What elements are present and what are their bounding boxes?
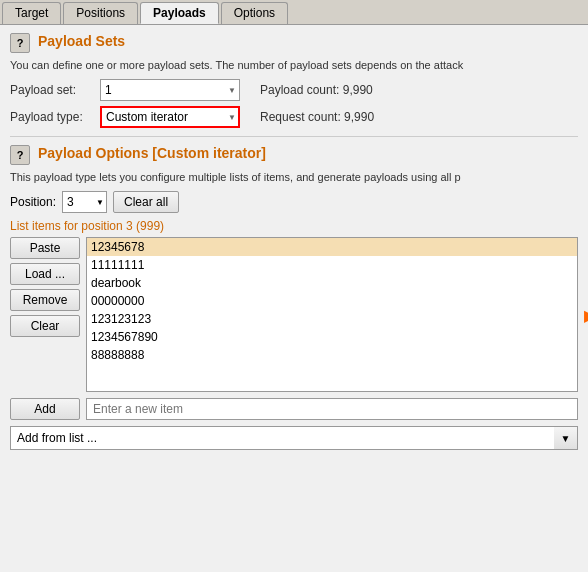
payload-set-row: Payload set: 1 2 3 Payload count: 9,990 xyxy=(10,79,578,101)
list-label: List items for position 3 (999) xyxy=(10,219,578,233)
payload-sets-header: ? Payload Sets xyxy=(10,33,578,53)
list-item[interactable]: 11111111 xyxy=(87,256,577,274)
main-content: ? Payload Sets You can define one or mor… xyxy=(0,25,588,466)
payload-set-select-wrapper: 1 2 3 xyxy=(100,79,240,101)
payload-count-info: Payload count: 9,990 xyxy=(260,83,373,97)
list-item[interactable]: dearbook xyxy=(87,274,577,292)
list-item[interactable]: 88888888 xyxy=(87,346,577,364)
add-item-input[interactable] xyxy=(86,398,578,420)
position-select[interactable]: 3 1 2 xyxy=(62,191,107,213)
list-item[interactable]: 00000000 xyxy=(87,292,577,310)
orange-arrow-icon: ▶ xyxy=(584,305,588,324)
payload-type-select[interactable]: Custom iterator Simple list Runtime file… xyxy=(100,106,240,128)
list-buttons: Paste Load ... Remove Clear xyxy=(10,237,80,392)
payload-type-row: Payload type: Custom iterator Simple lis… xyxy=(10,106,578,128)
list-item[interactable]: 1234567890 xyxy=(87,328,577,346)
section-divider xyxy=(10,136,578,137)
clear-all-button[interactable]: Clear all xyxy=(113,191,179,213)
paste-button[interactable]: Paste xyxy=(10,237,80,259)
clear-button[interactable]: Clear xyxy=(10,315,80,337)
payload-set-select[interactable]: 1 2 3 xyxy=(100,79,240,101)
tab-positions[interactable]: Positions xyxy=(63,2,138,24)
payload-options-header: ? Payload Options [Custom iterator] xyxy=(10,145,578,165)
add-from-list-row: Add from list ... ▼ Add from list ... xyxy=(10,426,578,450)
tab-payloads[interactable]: Payloads xyxy=(140,2,219,24)
request-count-info: Request count: 9,990 xyxy=(260,110,374,124)
list-container: Paste Load ... Remove Clear 12345678 111… xyxy=(10,237,578,392)
list-area-wrapper: 12345678 11111111 dearbook 00000000 1231… xyxy=(86,237,578,392)
remove-button[interactable]: Remove xyxy=(10,289,80,311)
list-area[interactable]: 12345678 11111111 dearbook 00000000 1231… xyxy=(86,237,578,392)
tab-options[interactable]: Options xyxy=(221,2,288,24)
payload-sets-help-button[interactable]: ? xyxy=(10,33,30,53)
list-item[interactable]: 123123123 xyxy=(87,310,577,328)
tab-target[interactable]: Target xyxy=(2,2,61,24)
payload-set-label: Payload set: xyxy=(10,83,100,97)
position-select-wrapper: 3 1 2 xyxy=(62,191,107,213)
add-row: Add xyxy=(10,398,578,420)
add-button[interactable]: Add xyxy=(10,398,80,420)
position-row: Position: 3 1 2 Clear all xyxy=(10,191,578,213)
payload-sets-section: ? Payload Sets You can define one or mor… xyxy=(10,33,578,128)
payload-options-description: This payload type lets you configure mul… xyxy=(10,171,578,183)
payload-options-section: ? Payload Options [Custom iterator] This… xyxy=(10,145,578,450)
payload-options-title: Payload Options [Custom iterator] xyxy=(38,145,266,161)
payload-sets-description: You can define one or more payload sets.… xyxy=(10,59,578,71)
payload-type-label: Payload type: xyxy=(10,110,100,124)
list-item[interactable]: 12345678 xyxy=(87,238,577,256)
payload-sets-title: Payload Sets xyxy=(38,33,125,49)
load-button[interactable]: Load ... xyxy=(10,263,80,285)
add-from-list-dropdown-arrow[interactable]: ▼ xyxy=(554,426,578,450)
payload-type-select-wrapper: Custom iterator Simple list Runtime file… xyxy=(100,106,240,128)
position-label: Position: xyxy=(10,195,56,209)
add-from-list-select[interactable]: Add from list ... xyxy=(10,426,578,450)
tab-bar: Target Positions Payloads Options xyxy=(0,0,588,25)
payload-options-help-button[interactable]: ? xyxy=(10,145,30,165)
